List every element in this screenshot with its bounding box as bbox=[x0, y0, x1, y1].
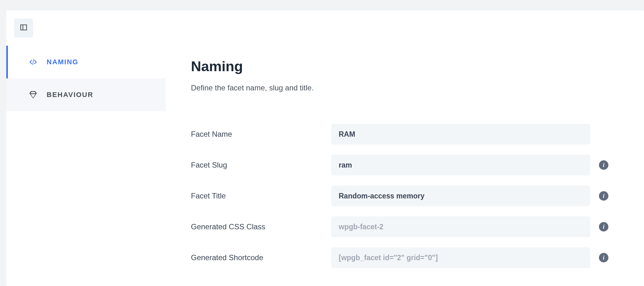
input-wrapper: i bbox=[331, 186, 608, 206]
input-wrapper: i bbox=[331, 155, 608, 175]
page-container: NAMING BEHAVIOUR Naming Define the f bbox=[0, 0, 644, 286]
generated-css-class-label: Generated CSS Class bbox=[191, 222, 331, 231]
form-group-generated-css-class: Generated CSS Class i bbox=[191, 216, 619, 237]
info-icon[interactable]: i bbox=[599, 253, 608, 262]
info-icon[interactable]: i bbox=[599, 160, 608, 170]
sidebar-item-label: NAMING bbox=[47, 58, 78, 66]
facet-slug-label: Facet Slug bbox=[191, 161, 331, 169]
main-content: Naming Define the facet name, slug and t… bbox=[166, 46, 644, 286]
sidebar-item-behaviour[interactable]: BEHAVIOUR bbox=[6, 78, 166, 111]
form-group-generated-shortcode: Generated Shortcode i bbox=[191, 247, 619, 268]
facet-slug-input[interactable] bbox=[331, 155, 590, 175]
diamond-icon bbox=[28, 90, 38, 100]
facet-title-input[interactable] bbox=[331, 186, 590, 206]
toggle-sidebar-button[interactable] bbox=[14, 19, 33, 37]
main-panel: NAMING BEHAVIOUR Naming Define the f bbox=[6, 10, 644, 286]
facet-title-label: Facet Title bbox=[191, 192, 331, 200]
input-wrapper: i bbox=[331, 216, 608, 237]
sidebar: NAMING BEHAVIOUR bbox=[6, 46, 166, 286]
input-wrapper: i bbox=[331, 247, 608, 268]
info-icon[interactable]: i bbox=[599, 191, 608, 201]
generated-shortcode-label: Generated Shortcode bbox=[191, 253, 331, 262]
info-icon[interactable]: i bbox=[599, 222, 608, 232]
form-group-facet-name: Facet Name bbox=[191, 124, 619, 145]
sidebar-item-label: BEHAVIOUR bbox=[47, 91, 93, 99]
generated-shortcode-input bbox=[331, 247, 590, 268]
page-title: Naming bbox=[191, 58, 619, 75]
facet-name-input[interactable] bbox=[331, 124, 590, 145]
content-row: NAMING BEHAVIOUR Naming Define the f bbox=[6, 46, 644, 286]
sidebar-item-naming[interactable]: NAMING bbox=[6, 46, 166, 78]
code-icon bbox=[28, 57, 38, 67]
form-group-facet-slug: Facet Slug i bbox=[191, 155, 619, 175]
top-bar bbox=[6, 10, 644, 46]
page-subtitle: Define the facet name, slug and title. bbox=[191, 83, 619, 92]
sidebar-toggle-icon bbox=[19, 23, 28, 33]
input-wrapper bbox=[331, 124, 608, 145]
form-group-facet-title: Facet Title i bbox=[191, 186, 619, 206]
generated-css-class-input bbox=[331, 216, 590, 237]
facet-name-label: Facet Name bbox=[191, 130, 331, 139]
